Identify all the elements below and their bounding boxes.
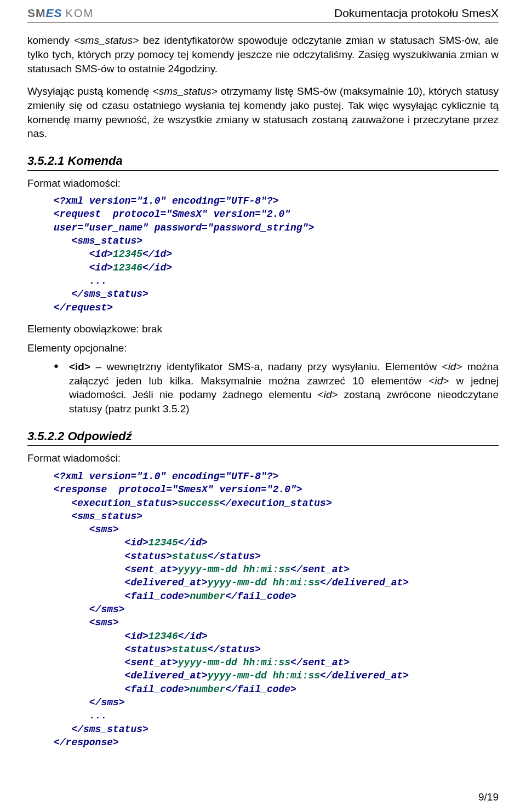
page-number: 9/19 [478, 790, 499, 804]
mandatory-elements: Elementy obowiązkowe: brak [27, 322, 499, 336]
logo-letter: M [36, 7, 46, 19]
heading-3521: 3.5.2.1 Komenda [27, 153, 499, 171]
code-block-request: <?xml version="1.0" encoding="UTF-8"?> <… [54, 194, 499, 314]
format-label: Format wiadomości: [27, 451, 499, 465]
optional-elements-list: <id> – wewnętrzny identyfikator SMS-a, n… [54, 360, 499, 416]
heading-3522: 3.5.2.2 Odpowiedź [27, 428, 499, 446]
logo-letter: E [46, 7, 54, 19]
format-label: Format wiadomości: [27, 176, 499, 191]
logo-letter: S [27, 7, 36, 19]
list-item: <id> – wewnętrzny identyfikator SMS-a, n… [54, 360, 499, 416]
optional-elements-label: Elementy opcjonalne: [27, 341, 499, 355]
intro-paragraph-1: komendy <sms_status> bez identyfikatorów… [27, 33, 499, 76]
code-block-response: <?xml version="1.0" encoding="UTF-8"?> <… [54, 470, 499, 749]
logo-letter: S [54, 7, 62, 19]
logo: SMES KOM [27, 5, 94, 21]
logo-kom: KOM [66, 6, 94, 21]
inline-tag: <sms_status> [153, 85, 218, 97]
page-header: SMES KOM Dokumentacja protokołu SmesX [27, 5, 499, 22]
inline-tag: <sms_status> [74, 34, 139, 46]
intro-paragraph-2: Wysyłając pustą komendę <sms_status> otr… [27, 84, 499, 141]
doc-title: Dokumentacja protokołu SmesX [334, 5, 499, 21]
